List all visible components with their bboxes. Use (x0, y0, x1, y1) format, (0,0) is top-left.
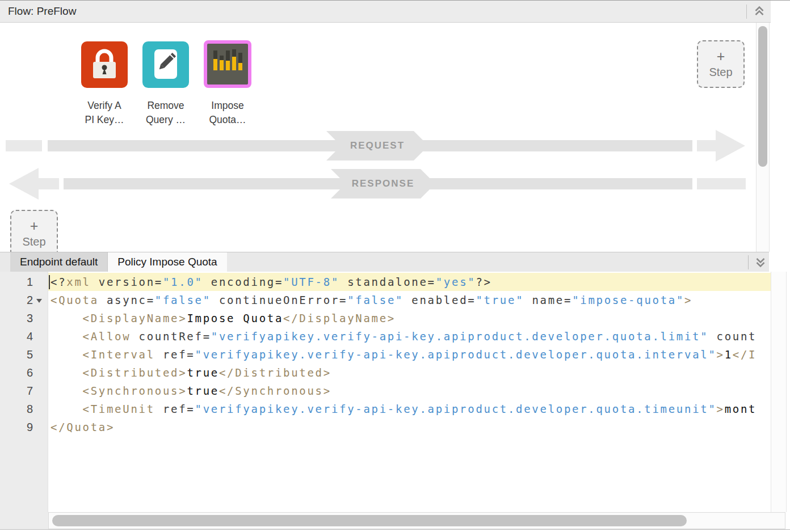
quota-bar-dark-segment (226, 50, 230, 61)
line-number: 7 (0, 382, 33, 400)
code-text: <?xml version="1.0" encoding="UTF-8" sta… (51, 273, 771, 291)
gutter-bottom-corner (0, 512, 48, 529)
code-line-3[interactable]: 3 <DisplayName>Impose Quota</DisplayName… (0, 309, 771, 327)
line-number: 6 (0, 364, 33, 382)
code-line-5[interactable]: 5 <Interval ref="verifyapikey.verify-api… (0, 345, 771, 364)
plus-icon: + (30, 219, 39, 232)
fold-toggle-icon[interactable] (36, 299, 42, 303)
plus-icon: + (717, 50, 725, 62)
response-line-segment-end (697, 178, 746, 189)
flow-designer-panel: Verify API Key…RemoveQuery …ImposeQuota…… (0, 23, 771, 252)
collapse-flow-panel-button[interactable] (751, 3, 768, 19)
editor-tab-bar: Endpoint defaultPolicy Impose Quota (0, 252, 769, 272)
code-text: <TimeUnit ref="verifyapikey.verify-api-k… (51, 400, 771, 418)
code-line-2[interactable]: 2<Quota async="false" continueOnError="f… (0, 291, 771, 309)
quota-bar-yellow-segment (213, 59, 217, 70)
tabbar-divider (748, 255, 749, 269)
code-line-8[interactable]: 8 <TimeUnit ref="verifyapikey.verify-api… (0, 400, 771, 418)
line-number: 2 (0, 291, 33, 309)
code-line-4[interactable]: 4 <Allow countRef="verifyapikey.verify-a… (0, 327, 771, 345)
apigee-flow-editor: Flow: PreFlow Verify API Key…RemoveQuery… (0, 0, 790, 532)
policy-remove-query[interactable]: RemoveQuery … (142, 41, 189, 127)
quota-bar-dark-segment (232, 49, 236, 57)
code-text: <Interval ref="verifyapikey.verify-api-k… (51, 345, 771, 364)
response-label: RESPONSE (352, 178, 414, 189)
tab-list: Endpoint defaultPolicy Impose Quota (10, 252, 228, 272)
request-label-banner: REQUEST (326, 131, 428, 161)
line-number: 4 (0, 327, 33, 345)
code-text: <DisplayName>Impose Quota</DisplayName> (51, 309, 771, 327)
request-label: REQUEST (350, 140, 405, 151)
add-step-button-response[interactable]: + Step (10, 210, 58, 252)
code-text: <Synchronous>true</Synchronous> (51, 382, 771, 400)
chevrons-up-icon (753, 5, 766, 18)
editor-horizontal-scrollbar[interactable] (48, 512, 785, 529)
line-number: 3 (0, 309, 33, 327)
line-number: 1 (0, 273, 33, 291)
chevrons-down-icon (754, 256, 767, 268)
quota-bar-dark-segment (238, 53, 242, 63)
code-line-7[interactable]: 7 <Synchronous>true</Synchronous> (0, 382, 771, 400)
flow-panel-header: Flow: PreFlow (0, 1, 771, 23)
quota-bar-yellow-segment (226, 61, 230, 70)
response-arrow-tail (33, 178, 59, 189)
line-number: 9 (0, 418, 33, 436)
request-line-segment-start (6, 140, 42, 151)
flow-vertical-scrollbar[interactable] (756, 23, 770, 252)
policy-impose-quota[interactable]: ImposeQuota… (204, 41, 251, 127)
policy-verify-api-key[interactable]: Verify API Key… (81, 41, 128, 127)
add-step-button-request[interactable]: + Step (697, 40, 745, 88)
policy-label: ImposeQuota… (209, 99, 246, 127)
add-step-label: Step (709, 66, 732, 78)
code-lines[interactable]: 1<?xml version="1.0" encoding="UTF-8" st… (0, 273, 771, 436)
policy-label: Verify API Key… (85, 99, 124, 127)
header-divider (746, 5, 747, 19)
policy-label: RemoveQuery … (146, 99, 186, 127)
code-text: </Quota> (51, 418, 771, 436)
add-step-label: Step (22, 235, 45, 248)
quota-bars-icon[interactable] (204, 40, 251, 88)
response-label-banner: RESPONSE (331, 169, 435, 199)
policy-list: Verify API Key…RemoveQuery …ImposeQuota… (81, 41, 251, 127)
bottom-border (0, 529, 790, 530)
code-line-9[interactable]: 9</Quota> (0, 418, 771, 436)
code-text: <Quota async="false" continueOnError="fa… (51, 291, 771, 309)
pencil-icon[interactable] (142, 41, 189, 88)
code-line-1[interactable]: 1<?xml version="1.0" encoding="UTF-8" st… (0, 273, 771, 291)
editor-bottom-strip (0, 512, 790, 532)
tab-policy-impose-quota[interactable]: Policy Impose Quota (108, 252, 227, 272)
editor-vertical-scrollbar[interactable] (771, 272, 787, 512)
code-text: <Distributed>true</Distributed> (51, 364, 771, 382)
flow-title: Flow: PreFlow (8, 1, 76, 22)
quota-bar-yellow-segment (238, 63, 242, 70)
quota-bar-dark-segment (220, 56, 224, 60)
code-editor[interactable]: 1<?xml version="1.0" encoding="UTF-8" st… (0, 272, 790, 512)
flow-vertical-scrollbar-thumb[interactable] (758, 26, 767, 167)
code-text: <Allow countRef="verifyapikey.verify-api… (51, 327, 771, 345)
collapse-editor-button[interactable] (753, 254, 768, 270)
quota-bar-yellow-segment (220, 60, 224, 70)
code-line-6[interactable]: 6 <Distributed>true</Distributed> (0, 364, 771, 382)
quota-bar-dark-segment (213, 50, 217, 59)
line-number: 8 (0, 400, 33, 418)
quota-bar-yellow-segment (232, 57, 236, 70)
line-number: 5 (0, 345, 33, 364)
lock-icon[interactable] (81, 41, 128, 88)
tab-endpoint-default[interactable]: Endpoint default (10, 252, 108, 272)
request-arrowhead-icon (716, 130, 745, 162)
editor-horizontal-scrollbar-thumb[interactable] (52, 515, 687, 526)
text-cursor (49, 275, 50, 289)
